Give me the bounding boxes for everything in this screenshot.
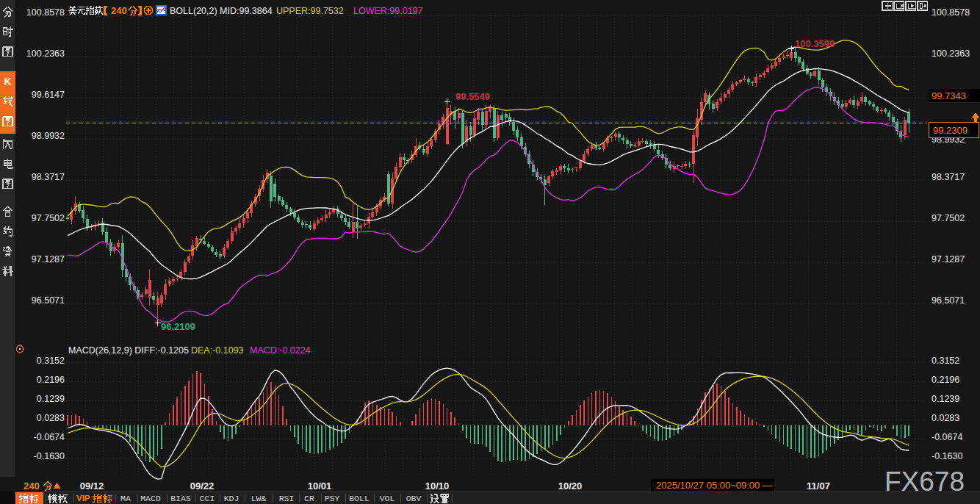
svg-text:LW&: LW& — [251, 494, 267, 503]
svg-text:OBV: OBV — [406, 494, 422, 503]
svg-text:LOWER:99.0197: LOWER:99.0197 — [353, 6, 423, 16]
svg-text:DEA:-0.1093: DEA:-0.1093 — [191, 345, 244, 356]
svg-text:10/10: 10/10 — [425, 480, 450, 492]
svg-text:99.6147: 99.6147 — [32, 90, 65, 100]
svg-text:2025/10/27 05:00~09:00 —: 2025/10/27 05:00~09:00 — — [656, 480, 772, 491]
svg-text:0.3152: 0.3152 — [932, 356, 959, 366]
svg-text:MACD(26,12,9) DIFF:-0.1205: MACD(26,12,9) DIFF:-0.1205 — [68, 345, 189, 356]
svg-text:CR: CR — [304, 494, 314, 503]
svg-text:240: 240 — [24, 480, 40, 492]
svg-text:KDJ: KDJ — [224, 494, 239, 503]
svg-text:97.1287: 97.1287 — [32, 254, 65, 264]
svg-text:0.0283: 0.0283 — [37, 413, 65, 423]
svg-text:UPPER:99.7532: UPPER:99.7532 — [276, 6, 344, 16]
svg-text:98.3717: 98.3717 — [932, 172, 965, 182]
svg-text:MACD: MACD — [140, 494, 161, 503]
svg-text:97.1287: 97.1287 — [932, 254, 965, 264]
svg-text:-0.1630: -0.1630 — [34, 451, 65, 461]
svg-text:K: K — [4, 76, 11, 87]
svg-text:98.9932: 98.9932 — [32, 131, 65, 141]
svg-text:100.3599: 100.3599 — [795, 38, 835, 49]
svg-text:09/12: 09/12 — [80, 480, 104, 492]
svg-text:0.1239: 0.1239 — [37, 394, 65, 404]
svg-text:VIP: VIP — [76, 494, 90, 503]
svg-text:VOL: VOL — [380, 494, 395, 503]
svg-text:11/07: 11/07 — [807, 480, 830, 492]
svg-text:09/22: 09/22 — [190, 480, 215, 492]
svg-text:99.2309: 99.2309 — [933, 125, 968, 136]
svg-text:240: 240 — [111, 5, 127, 16]
svg-text:10/20: 10/20 — [558, 480, 583, 492]
svg-text:0.0283: 0.0283 — [932, 413, 959, 423]
svg-text:0.2196: 0.2196 — [932, 375, 959, 385]
svg-text:-0.1630: -0.1630 — [932, 451, 962, 461]
svg-text:100.2363: 100.2363 — [932, 48, 970, 59]
svg-text:-0.0674: -0.0674 — [932, 432, 962, 442]
svg-text:100.8578: 100.8578 — [932, 7, 970, 18]
svg-text:97.7502: 97.7502 — [932, 213, 965, 223]
svg-text:MACD:-0.0224: MACD:-0.0224 — [250, 345, 311, 356]
svg-text:PSY: PSY — [325, 494, 340, 503]
svg-text:CCI: CCI — [200, 494, 215, 503]
svg-text:99.7343: 99.7343 — [932, 90, 966, 101]
svg-text:96.5071: 96.5071 — [932, 295, 965, 306]
svg-text:0.3152: 0.3152 — [37, 356, 65, 366]
svg-text:96.2109: 96.2109 — [161, 321, 195, 332]
svg-text:-0.0674: -0.0674 — [34, 432, 65, 442]
svg-text:RSI: RSI — [279, 494, 295, 503]
svg-text:100.8578: 100.8578 — [26, 7, 65, 18]
svg-text:BIAS: BIAS — [170, 494, 191, 503]
svg-text:100.2363: 100.2363 — [26, 48, 65, 59]
svg-text:99.5549: 99.5549 — [455, 91, 490, 102]
svg-text:0.2196: 0.2196 — [37, 375, 65, 385]
svg-text:97.7502: 97.7502 — [32, 213, 65, 223]
svg-text:MA: MA — [120, 494, 131, 503]
svg-text:10/01: 10/01 — [308, 480, 332, 492]
svg-text:96.5071: 96.5071 — [32, 295, 65, 306]
svg-text:BOLL(20,2) MID:99.3864: BOLL(20,2) MID:99.3864 — [170, 6, 273, 16]
svg-text:0.1239: 0.1239 — [932, 394, 959, 404]
svg-text:98.3717: 98.3717 — [32, 172, 65, 182]
svg-text:BOLL: BOLL — [349, 494, 370, 503]
